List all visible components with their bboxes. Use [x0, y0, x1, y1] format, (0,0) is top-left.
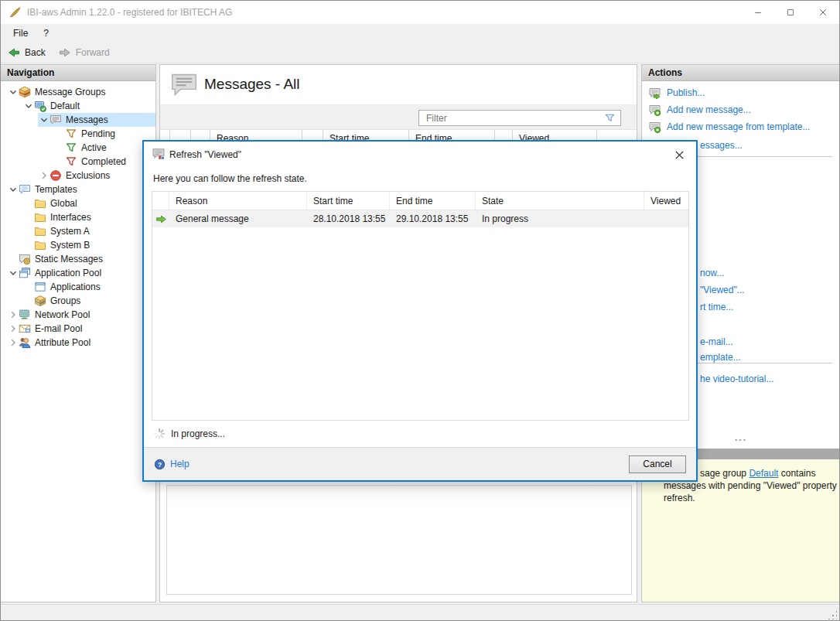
resize-grip[interactable]	[828, 610, 837, 619]
menu-item-file[interactable]: File	[1, 24, 36, 42]
filter-input[interactable]	[419, 113, 604, 124]
table-row[interactable]: General message28.10.2018 13:5529.10.201…	[152, 210, 688, 227]
action-fragment[interactable]: rt time...	[700, 302, 733, 314]
sidebar-item-e-mail-pool[interactable]: E-mail Pool	[7, 322, 155, 336]
add-message-icon	[648, 121, 661, 133]
sidebar-item-global[interactable]: Global	[22, 196, 155, 210]
chevron-down-icon[interactable]	[7, 184, 19, 195]
navigation-panel: Navigation Message GroupsDefaultMessages…	[1, 64, 156, 602]
sidebar-item-label: Pending	[81, 128, 115, 139]
sidebar-item-label: Network Pool	[35, 309, 90, 320]
sidebar-item-static-messages[interactable]: Static Messages	[7, 252, 155, 266]
chevron-right-icon[interactable]	[7, 323, 19, 334]
default-group-icon	[34, 100, 46, 112]
sidebar-item-network-pool[interactable]: Network Pool	[7, 308, 155, 322]
sidebar-item-label: Interfaces	[50, 212, 91, 223]
column-header-state[interactable]: State	[476, 192, 644, 210]
templates-icon	[19, 183, 31, 196]
email-pool-icon	[19, 322, 31, 335]
dialog-table-header: ReasonStart timeEnd timeStateViewed	[152, 192, 688, 210]
action-publish[interactable]: Publish...	[648, 85, 705, 101]
sidebar-item-label: Message Groups	[35, 87, 105, 97]
sidebar-item-interfaces[interactable]: Interfaces	[22, 210, 155, 224]
toolbar: Back Forward	[1, 42, 839, 63]
sidebar-item-templates[interactable]: Templates	[7, 183, 155, 196]
cell-state: In progress	[476, 210, 644, 227]
sidebar-item-exclusions[interactable]: Exclusions	[38, 169, 155, 183]
sidebar-item-label: E-mail Pool	[35, 323, 82, 334]
column-header-reason[interactable]: Reason	[169, 192, 307, 210]
sidebar-item-message-groups[interactable]: Message Groups	[7, 85, 155, 99]
sidebar-item-attribute-pool[interactable]: Attribute Pool	[7, 336, 155, 350]
info-line-3: refresh.	[664, 493, 695, 503]
sidebar-item-active[interactable]: Active	[53, 141, 155, 155]
refresh-viewed-dialog: Refresh "Viewed" Here you can follow the…	[142, 140, 698, 482]
static-messages-icon	[19, 253, 31, 265]
help-link[interactable]: ? Help	[154, 459, 190, 470]
sidebar-item-label: System B	[50, 240, 90, 251]
chevron-down-icon[interactable]	[7, 87, 19, 97]
back-label: Back	[25, 47, 46, 58]
forward-button[interactable]: Forward	[52, 42, 116, 63]
column-header-viewed[interactable]: Viewed	[644, 192, 688, 210]
sidebar-item-messages[interactable]: Messages	[38, 113, 155, 127]
sidebar-item-label: Default	[50, 101, 80, 111]
application-pool-icon	[19, 267, 31, 279]
sidebar-item-application-pool[interactable]: Application Pool	[7, 266, 155, 280]
action-fragment[interactable]: essages...	[700, 140, 743, 152]
sidebar-item-applications[interactable]: Applications	[22, 280, 155, 294]
action-fragment[interactable]: emplate...	[700, 352, 741, 364]
dialog-title: Refresh "Viewed"	[169, 149, 241, 160]
sidebar-item-pending[interactable]: Pending	[53, 127, 155, 141]
action-add-new-message[interactable]: Add new message...	[648, 102, 751, 118]
help-label: Help	[170, 459, 190, 469]
minimize-button[interactable]	[742, 1, 774, 24]
action-fragment[interactable]: he video-tutorial...	[700, 374, 773, 386]
info-text: sage group	[700, 468, 749, 479]
sidebar-item-label: Static Messages	[35, 254, 103, 264]
filter-funnel-icon[interactable]	[604, 112, 616, 124]
close-button[interactable]	[807, 1, 839, 24]
sidebar-item-system-b[interactable]: System B	[22, 238, 155, 252]
default-group-link[interactable]: Default	[749, 468, 778, 479]
cell-reason: General message	[169, 210, 307, 227]
action-fragment[interactable]: now...	[700, 268, 724, 280]
dialog-status: In progress...	[153, 428, 225, 440]
sidebar-item-completed[interactable]: Completed	[53, 155, 155, 169]
cancel-button[interactable]: Cancel	[629, 456, 686, 473]
sidebar-item-default[interactable]: Default	[22, 99, 155, 113]
column-header-start-time[interactable]: Start time	[307, 192, 390, 210]
chevron-right-icon[interactable]	[7, 309, 19, 320]
action-label: Add new message...	[667, 104, 751, 115]
back-button[interactable]: Back	[1, 42, 52, 63]
sidebar-item-groups[interactable]: Groups	[22, 294, 155, 308]
messages-icon	[50, 114, 62, 126]
refresh-message-icon	[152, 147, 166, 160]
sidebar-item-label: Applications	[50, 281, 101, 292]
chevron-down-icon[interactable]	[7, 268, 19, 278]
refresh-state-table: ReasonStart timeEnd timeStateViewedGener…	[152, 191, 689, 421]
chevron-down-icon[interactable]	[22, 101, 34, 111]
chevron-right-icon[interactable]	[7, 337, 19, 348]
chevron-right-icon[interactable]	[38, 170, 50, 181]
menu-item-help[interactable]: ?	[36, 24, 56, 42]
filter-completed-icon	[65, 155, 77, 168]
action-add-new-message-from-template[interactable]: Add new message from template...	[648, 119, 810, 135]
sidebar-item-system-a[interactable]: System A	[22, 224, 155, 238]
title-bar: IBI-aws Admin 1.22.0 - registered for IB…	[1, 1, 839, 25]
column-header-end-time[interactable]: End time	[390, 192, 476, 210]
action-fragment[interactable]: "Viewed"...	[700, 285, 745, 297]
messages-large-icon	[169, 72, 199, 97]
sidebar-item-label: Groups	[50, 295, 80, 306]
chevron-down-icon[interactable]	[38, 114, 50, 125]
column-header-blank	[152, 192, 169, 210]
menu-bar: File?	[1, 24, 839, 42]
maximize-button[interactable]	[774, 1, 807, 24]
forward-arrow-icon	[58, 46, 72, 59]
action-fragment[interactable]: e-mail...	[700, 336, 733, 349]
folder-icon	[34, 225, 46, 237]
status-bar	[1, 604, 839, 621]
sidebar-item-label: Exclusions	[66, 170, 110, 181]
dialog-close-icon[interactable]	[671, 147, 687, 162]
info-line-1: sage group Default contains	[700, 468, 815, 479]
